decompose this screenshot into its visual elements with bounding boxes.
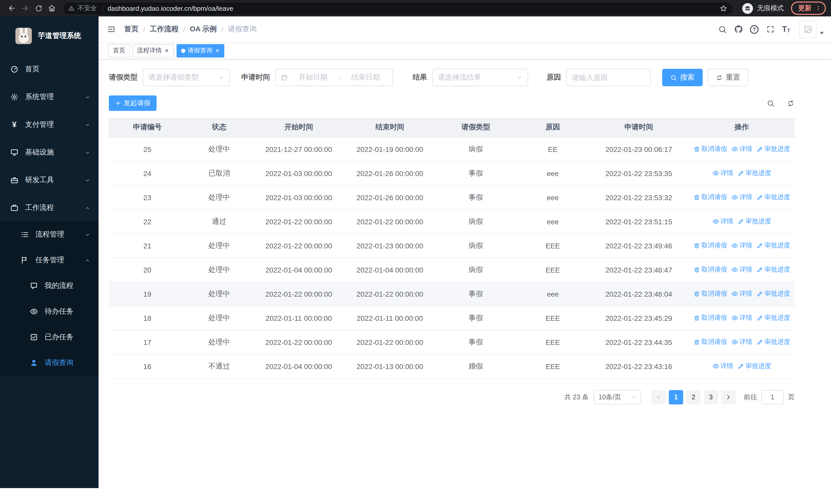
page-size-select[interactable]: 10条/页 <box>594 390 641 404</box>
action-cancel-leave-link[interactable]: 取消请假 <box>693 313 727 322</box>
caret-down-icon[interactable] <box>820 32 824 34</box>
page-button-2[interactable]: 2 <box>686 390 700 404</box>
cell-apply-id: 21 <box>109 234 186 258</box>
cell-status: 已取消 <box>186 161 253 185</box>
bookmark-star-icon[interactable] <box>720 4 727 12</box>
browser-menu-icon[interactable] <box>815 5 821 12</box>
goto-page-input[interactable] <box>761 390 784 404</box>
close-icon[interactable]: × <box>215 47 220 54</box>
reset-button[interactable]: 重置 <box>708 69 748 86</box>
help-icon[interactable]: ? <box>746 17 762 42</box>
action-detail-link[interactable]: 详情 <box>712 217 733 226</box>
sidebar-item-payment[interactable]: ¥ 支付管理 <box>0 111 98 139</box>
sidebar-item-system[interactable]: 系统管理 <box>0 83 98 111</box>
search-icon[interactable] <box>715 17 730 42</box>
avatar[interactable] <box>799 21 816 38</box>
action-detail-link[interactable]: 详情 <box>731 289 752 298</box>
action-detail-link[interactable]: 详情 <box>731 145 752 153</box>
update-button[interactable]: 更新 <box>791 2 826 15</box>
action-progress-link[interactable]: 审批进度 <box>756 145 790 153</box>
url-bar[interactable]: 不安全 dashboard.yudao.iocoder.cn/bpm/oa/le… <box>63 2 733 14</box>
app-frame: 芋道管理系统 首页 系统管理 ¥ 支付管理 基础设施 <box>0 17 831 488</box>
refresh-table-icon[interactable] <box>787 99 795 107</box>
reason-input[interactable] <box>567 69 650 86</box>
action-progress-link[interactable]: 审批进度 <box>756 337 790 346</box>
action-detail-link[interactable]: 详情 <box>731 241 752 250</box>
close-icon[interactable]: × <box>164 47 169 54</box>
navbar: 首页 / 工作流程 / OA 示例 / 请假查询 ? <box>98 17 831 42</box>
breadcrumb-item[interactable]: OA 示例 <box>190 25 217 34</box>
sidebar-item-label: 首页 <box>25 65 39 74</box>
prev-page-button[interactable] <box>651 390 666 404</box>
security-indicator[interactable]: 不安全 <box>68 4 97 12</box>
start-date-input[interactable]: 开始日期 <box>291 73 335 82</box>
breadcrumb-item[interactable]: 首页 <box>124 25 139 34</box>
sidebar-item-infrastructure[interactable]: 基础设施 <box>0 139 98 166</box>
breadcrumb-item[interactable]: 工作流程 <box>150 25 179 34</box>
monitor-icon <box>10 148 19 156</box>
next-page-button[interactable] <box>721 390 736 404</box>
sidebar-item-pending-tasks[interactable]: 待办任务 <box>0 299 98 324</box>
sidebar-item-task-management[interactable]: 任务管理 <box>0 247 98 273</box>
sidebar-item-workflow[interactable]: 工作流程 <box>0 194 98 222</box>
result-select[interactable]: 请选择流结果 <box>432 69 528 86</box>
cell-start-time: 2022-01-03 00:00:00 <box>253 185 345 209</box>
sidebar-item-leave-query[interactable]: 请假查询 <box>0 350 98 376</box>
action-detail-link[interactable]: 详情 <box>731 265 752 274</box>
breadcrumb-separator: / <box>221 25 223 33</box>
sidebar-item-home[interactable]: 首页 <box>0 55 98 83</box>
action-detail-link[interactable]: 详情 <box>712 169 733 177</box>
action-progress-link[interactable]: 审批进度 <box>756 265 790 274</box>
action-cancel-leave-link[interactable]: 取消请假 <box>693 145 727 153</box>
back-icon[interactable] <box>5 2 19 15</box>
cell-reason: eee <box>517 161 589 185</box>
leave-type-select[interactable]: 请选择请假类型 <box>143 69 230 86</box>
home-icon[interactable] <box>45 2 58 15</box>
sidebar-item-process-management[interactable]: 流程管理 <box>0 222 98 247</box>
action-progress-link[interactable]: 审批进度 <box>737 169 771 177</box>
font-size-icon[interactable]: TT <box>778 17 794 42</box>
edit-icon <box>737 218 744 225</box>
tab-process-detail[interactable]: 流程详情 × <box>133 44 174 57</box>
forward-icon[interactable] <box>19 2 32 15</box>
sidebar-toggle-icon[interactable] <box>98 17 124 42</box>
sidebar-item-label: 我的流程 <box>45 281 74 291</box>
github-icon[interactable] <box>730 17 746 42</box>
action-cancel-leave-link[interactable]: 取消请假 <box>693 265 727 274</box>
sidebar-item-done-tasks[interactable]: 已办任务 <box>0 324 98 350</box>
action-detail-link[interactable]: 详情 <box>731 337 752 346</box>
tab-home[interactable]: 首页 <box>108 44 130 57</box>
page-button-3[interactable]: 3 <box>704 390 718 404</box>
action-detail-link[interactable]: 详情 <box>731 193 752 202</box>
end-date-input[interactable]: 结束日期 <box>344 73 388 82</box>
sidebar-item-my-processes[interactable]: 我的流程 <box>0 273 98 299</box>
cell-leave-type: 婚假 <box>435 354 517 378</box>
action-detail-link[interactable]: 详情 <box>712 362 733 370</box>
cell-status: 处理中 <box>186 282 253 306</box>
delete-icon <box>693 290 700 297</box>
col-apply-time: 申请时间 <box>589 118 689 137</box>
fullscreen-icon[interactable] <box>762 17 778 42</box>
create-leave-button[interactable]: 发起请假 <box>109 95 156 111</box>
action-cancel-leave-link[interactable]: 取消请假 <box>693 241 727 250</box>
action-cancel-leave-link[interactable]: 取消请假 <box>693 289 727 298</box>
gear-icon <box>10 93 19 101</box>
toggle-search-icon[interactable] <box>767 99 775 107</box>
action-cancel-leave-link[interactable]: 取消请假 <box>693 337 727 346</box>
cell-actions: 取消请假详情审批进度 <box>689 258 795 282</box>
action-progress-link[interactable]: 审批进度 <box>756 241 790 250</box>
action-progress-link[interactable]: 审批进度 <box>756 313 790 322</box>
cell-start-time: 2021-12-27 00:00:00 <box>253 137 345 161</box>
date-range-picker[interactable]: 开始日期 - 结束日期 <box>275 69 393 86</box>
action-detail-link[interactable]: 详情 <box>731 313 752 322</box>
action-progress-link[interactable]: 审批进度 <box>737 362 771 370</box>
action-progress-link[interactable]: 审批进度 <box>737 217 771 226</box>
reload-icon[interactable] <box>32 2 45 15</box>
sidebar-item-devtools[interactable]: 研发工具 <box>0 166 98 194</box>
action-progress-link[interactable]: 审批进度 <box>756 289 790 298</box>
page-button-1[interactable]: 1 <box>669 390 683 404</box>
action-cancel-leave-link[interactable]: 取消请假 <box>693 193 727 202</box>
tab-leave-query[interactable]: 请假查询 × <box>176 44 224 57</box>
search-button[interactable]: 搜索 <box>662 69 703 86</box>
action-progress-link[interactable]: 审批进度 <box>756 193 790 202</box>
